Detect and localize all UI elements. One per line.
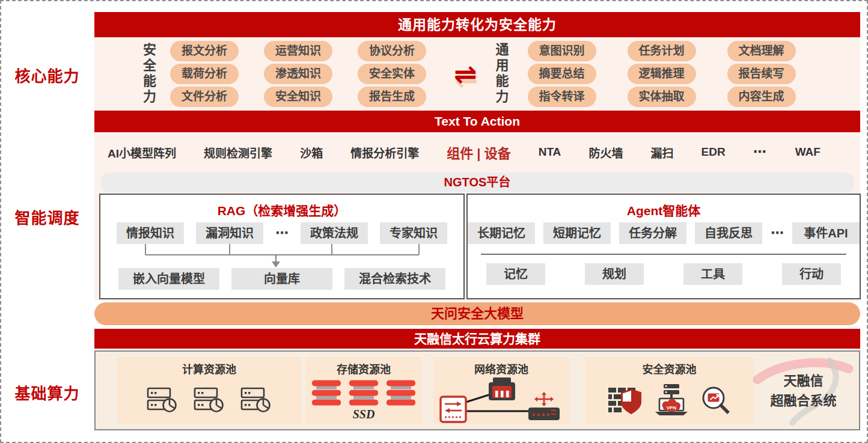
resource-pools-panel: 计算资源池 xyxy=(94,350,860,430)
compute-pool-icons xyxy=(147,376,272,424)
capability-tag: 文件分析 xyxy=(170,87,239,107)
scheduling-section: AI小模型阵列 规则检测引擎 沙箱 情报分析引擎 组件 | 设备 NTA 防火墙… xyxy=(94,132,860,301)
diagram-main: 通用能力转化为安全能力 安全能力 报文分析 载荷分析 文件分析 运营知识 渗透知… xyxy=(94,1,860,430)
ssd-disk-icon xyxy=(311,380,341,406)
ssd-disk-icon xyxy=(349,380,379,406)
capability-tag: 逻辑推理 xyxy=(628,64,696,84)
network-pool-card: 网络资源池 xyxy=(433,357,569,424)
ellipsis-text: ⋯ xyxy=(753,144,768,160)
rag-connector-lines xyxy=(100,244,463,268)
agent-modules-row: 记忆 规划 工具 行动 xyxy=(468,263,860,285)
tianwen-model-bar: 天问安全大模型 xyxy=(94,302,860,325)
network-pool-title: 网络资源池 xyxy=(474,361,528,376)
agent-ability-box: 长期记忆 xyxy=(468,222,535,244)
rag-tech-box: 向量库 xyxy=(231,268,332,290)
general-tags-col-3: 文档理解 报告续写 内容生成 xyxy=(727,41,796,107)
rail-label-core: 核心能力 xyxy=(1,64,93,86)
agent-module-box: 工具 xyxy=(683,263,742,285)
bidirectional-arrows-icon: ⇌ xyxy=(454,60,477,88)
capability-tag: 安全实体 xyxy=(358,64,426,84)
capability-tag: 内容生成 xyxy=(727,87,796,107)
agent-box: Agent智能体 长期记忆 短期记忆 任务分解 自我反思 ⋯ 事件API 记忆 … xyxy=(466,194,861,299)
capability-tag: 任务计划 xyxy=(628,41,696,61)
component-item: AI小模型阵列 xyxy=(108,144,176,160)
security-tags-col-3: 协议分析 安全实体 报告生成 xyxy=(358,41,426,107)
device-item: EDR xyxy=(701,145,726,159)
text-to-action-bar: Text To Action xyxy=(94,111,860,132)
general-capability-vertical-label: 通用能力 xyxy=(494,40,507,108)
ellipsis-text: ⋯ xyxy=(771,225,784,241)
rag-sources-row: 情报知识 漏洞知识 ⋯ 政策法规 专家知识 xyxy=(100,222,463,244)
component-device-divider-label: 组件 | 设备 xyxy=(447,142,510,162)
component-item: 规则检测引擎 xyxy=(204,144,272,160)
capability-tag: 摘要总结 xyxy=(528,64,596,84)
vpn-laptop-icon: VPN xyxy=(654,384,689,417)
rag-tech-box: 混合检索技术 xyxy=(344,268,445,290)
capability-tag: 文档理解 xyxy=(727,41,796,61)
compute-pool-title: 计算资源池 xyxy=(182,361,236,376)
capability-tag: 协议分析 xyxy=(358,41,426,61)
rag-source-box: 情报知识 xyxy=(117,222,184,244)
capability-tag: 指令转译 xyxy=(528,87,596,107)
slide-canvas: 核心能力 智能调度 基础算力 通用能力转化为安全能力 安全能力 报文分析 载荷分… xyxy=(0,0,868,443)
rag-agent-boxes: RAG（检索增强生成） 情报知识 漏洞知识 ⋯ 政策法规 专家知识 xyxy=(99,194,856,299)
capability-tag: 报告生成 xyxy=(358,87,426,107)
agent-ability-box: 短期记忆 xyxy=(543,222,611,244)
capability-tag: 意图识别 xyxy=(528,41,596,61)
storage-pool-title: 存储资源池 xyxy=(337,361,391,376)
network-pool-icons xyxy=(438,376,564,428)
capability-tag: 渗透知识 xyxy=(264,64,332,84)
component-row: AI小模型阵列 规则检测引擎 沙箱 情报分析引擎 组件 | 设备 NTA 防火墙… xyxy=(94,132,860,172)
rag-source-box: 专家知识 xyxy=(380,222,447,244)
hyperfusion-label: 天融信 超融合系统 xyxy=(770,371,836,411)
capability-tag: 载荷分析 xyxy=(170,64,239,84)
agent-ability-box: 事件API xyxy=(792,222,860,244)
ngtos-platform-bar: NGTOS平台 xyxy=(100,173,854,192)
capability-tag: 运营知识 xyxy=(264,41,332,61)
device-item: WAF xyxy=(795,145,821,159)
device-item: 漏扫 xyxy=(650,144,673,160)
general-tags-grid: 意图识别 摘要总结 指令转译 任务计划 逻辑推理 实体抽取 文档理解 报告续写 … xyxy=(528,41,796,107)
agent-module-box: 规划 xyxy=(585,263,644,285)
compute-pool-card: 计算资源池 xyxy=(117,357,301,424)
security-pool-icons: VPN xyxy=(607,376,732,424)
rag-tech-box: 嵌入向量模型 xyxy=(118,268,219,290)
rail-label-compute: 基础算力 xyxy=(1,381,93,403)
capability-tag: 实体抽取 xyxy=(628,87,696,107)
server-pie-icon xyxy=(240,386,272,414)
capability-tag: 报告续写 xyxy=(727,64,796,84)
cloud-cluster-bar: 天融信太行云算力集群 xyxy=(94,329,860,349)
security-pool-card: 安全资源池 xyxy=(585,357,754,424)
security-tags-col-1: 报文分析 载荷分析 文件分析 xyxy=(170,41,239,107)
agent-divider-line xyxy=(481,254,846,255)
agent-ability-box: 自我反思 xyxy=(695,222,762,244)
network-topology-icon xyxy=(438,376,564,428)
vpn-label: VPN xyxy=(666,405,676,411)
capability-tag: 安全知识 xyxy=(264,87,332,107)
capabilities-section: 安全能力 报文分析 载荷分析 文件分析 运营知识 渗透知识 安全知识 协议分析 … xyxy=(94,37,860,111)
agent-title: Agent智能体 xyxy=(468,201,860,219)
rag-source-box: 政策法规 xyxy=(301,222,368,244)
ellipsis-text: ⋯ xyxy=(275,225,289,241)
storage-pool-icons xyxy=(311,376,416,410)
audit-magnifier-icon xyxy=(700,384,732,417)
capabilities-header: 通用能力转化为安全能力 xyxy=(94,12,860,37)
security-tags-col-2: 运营知识 渗透知识 安全知识 xyxy=(264,41,332,107)
component-item: 沙箱 xyxy=(300,144,323,160)
agent-abilities-row: 长期记忆 短期记忆 任务分解 自我反思 ⋯ 事件API xyxy=(468,222,860,244)
security-capability-vertical-label: 安全能力 xyxy=(141,40,154,108)
hyperfusion-line2: 超融合系统 xyxy=(770,391,836,411)
capability-tag: 报文分析 xyxy=(170,41,239,61)
rag-source-box: 漏洞知识 xyxy=(196,222,263,244)
component-item: 情报分析引擎 xyxy=(350,144,419,160)
rag-title: RAG（检索增强生成） xyxy=(100,201,463,219)
general-tags-col-2: 任务计划 逻辑推理 实体抽取 xyxy=(628,41,696,107)
general-tags-col-1: 意图识别 摘要总结 指令转译 xyxy=(528,41,596,107)
ssd-label: SSD xyxy=(353,408,375,421)
device-item: NTA xyxy=(539,145,561,159)
server-pie-icon xyxy=(147,386,178,414)
agent-module-box: 行动 xyxy=(782,263,841,285)
agent-ability-box: 任务分解 xyxy=(619,222,686,244)
storage-pool-card: 存储资源池 SSD xyxy=(306,357,421,424)
hyperfusion-area: 天融信 超融合系统 xyxy=(754,357,853,424)
